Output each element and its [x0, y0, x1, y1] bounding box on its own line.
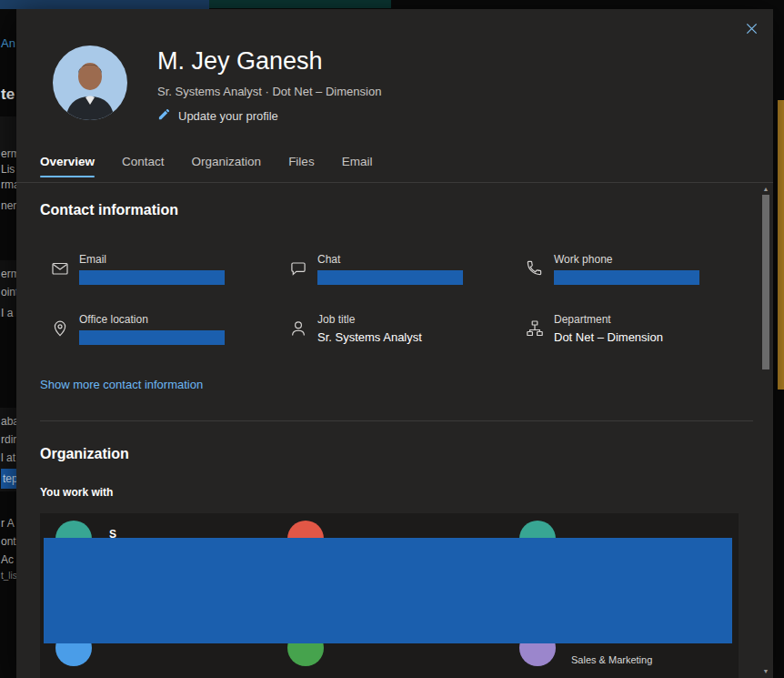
contact-item-label: Office location [79, 313, 225, 326]
scrollbar-up-arrow[interactable]: ▲ [761, 186, 770, 192]
background-text-fragment: r A [1, 517, 15, 530]
tab-contact[interactable]: Contact [122, 155, 165, 177]
avatar-photo [53, 107, 127, 120]
update-profile-label: Update your profile [178, 109, 278, 123]
background-titlebar-teal [209, 0, 391, 8]
contact-item-value: Sr. Systems Analyst [317, 330, 422, 344]
contact-item-label: Job title [317, 313, 422, 326]
phone-icon [526, 253, 546, 285]
redacted-work-phone-value [554, 270, 699, 285]
profile-card-modal: M. Jey Ganesh Sr. Systems Analyst · Dot … [16, 9, 773, 678]
background-text-fragment: I a [1, 307, 13, 319]
profile-tabs: Overview Contact Organization Files Emai… [40, 155, 372, 177]
background-text-fragment: t_lis [1, 571, 17, 581]
contact-item-label: Department [554, 313, 663, 326]
chat-icon [289, 253, 309, 285]
contact-item-value: Dot Net – Dimension [554, 330, 663, 344]
tab-overview[interactable]: Overview [40, 155, 95, 177]
screen: An te erm Lis rma nerl erm oint I a aba … [0, 0, 784, 678]
profile-subtitle: Sr. Systems Analyst · Dot Net – Dimensio… [157, 85, 381, 98]
redaction-overlay [44, 538, 732, 643]
background-text-fragment: Lis [1, 163, 15, 176]
scrollbar-down-arrow[interactable]: ▼ [761, 668, 770, 674]
contact-item-job-title: Job title Sr. Systems Analyst [289, 313, 422, 344]
background-text-fragment: rdir [1, 433, 16, 446]
tab-files[interactable]: Files [288, 155, 315, 177]
background-text-fragment: Ac [1, 553, 14, 566]
person-icon [289, 313, 309, 344]
coworker-department-label: Sales & Marketing [571, 654, 652, 665]
tab-organization[interactable]: Organization [192, 155, 262, 177]
profile-name: M. Jey Ganesh [157, 47, 323, 76]
contact-item-chat: Chat [289, 253, 463, 285]
contact-item-department: Department Dot Net – Dimension [526, 313, 663, 344]
contact-item-office-location: Office location [51, 313, 225, 345]
contact-section-title: Contact information [40, 202, 178, 218]
contact-item-label: Work phone [554, 253, 699, 266]
scrollbar-thumb[interactable] [762, 195, 769, 369]
organization-people-panel: S Sales & Marketing [40, 513, 739, 678]
mail-icon [51, 253, 71, 285]
contact-item-email: Email [51, 253, 225, 285]
location-pin-icon [51, 313, 71, 345]
update-profile-link[interactable]: Update your profile [157, 107, 278, 124]
background-right-accent-strip [778, 100, 784, 390]
background-titlebar-blue [0, 0, 209, 9]
tabs-divider [16, 182, 773, 183]
close-button[interactable] [741, 20, 761, 40]
profile-avatar[interactable] [53, 46, 127, 120]
contact-item-label: Chat [317, 253, 463, 266]
organization-section-title: Organization [40, 446, 129, 462]
show-more-contact-link[interactable]: Show more contact information [40, 378, 203, 391]
close-icon [745, 22, 759, 38]
pencil-icon [157, 107, 171, 124]
contact-item-label: Email [79, 253, 225, 266]
background-text-fragment: An [1, 36, 15, 50]
background-text-fragment: l at [1, 451, 15, 464]
redacted-email-value [79, 270, 225, 285]
section-divider [40, 420, 753, 421]
you-work-with-label: You work with [40, 486, 113, 499]
org-chart-icon [526, 313, 546, 344]
redacted-office-location-value [79, 330, 225, 345]
background-text-fragment: te [1, 86, 15, 104]
contact-item-work-phone: Work phone [526, 253, 699, 285]
redacted-chat-value [317, 270, 463, 285]
tab-email[interactable]: Email [342, 155, 373, 177]
